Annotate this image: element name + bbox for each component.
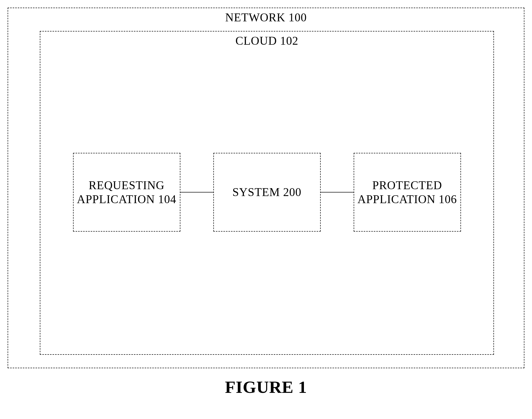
requesting-line2: APPLICATION 104 (77, 192, 176, 206)
cloud-label: CLOUD 102 (235, 34, 298, 47)
boxes-row: REQUESTING APPLICATION 104 SYSTEM 200 PR… (40, 153, 493, 232)
network-label: NETWORK 100 (225, 11, 307, 24)
system-label: SYSTEM 200 (232, 185, 301, 199)
figure-caption: FIGURE 1 (225, 377, 307, 397)
protected-line1: PROTECTED (372, 178, 442, 192)
requesting-line1: REQUESTING (89, 178, 165, 192)
system-box: SYSTEM 200 (213, 153, 321, 232)
cloud-container: CLOUD 102 REQUESTING APPLICATION 104 SYS… (40, 31, 494, 355)
network-container: NETWORK 100 CLOUD 102 REQUESTING APPLICA… (8, 8, 524, 368)
connector-right (321, 192, 354, 192)
connector-left (180, 192, 213, 192)
protected-application-box: PROTECTED APPLICATION 106 (354, 153, 461, 232)
protected-line2: APPLICATION 106 (357, 192, 457, 206)
requesting-application-box: REQUESTING APPLICATION 104 (73, 153, 180, 232)
